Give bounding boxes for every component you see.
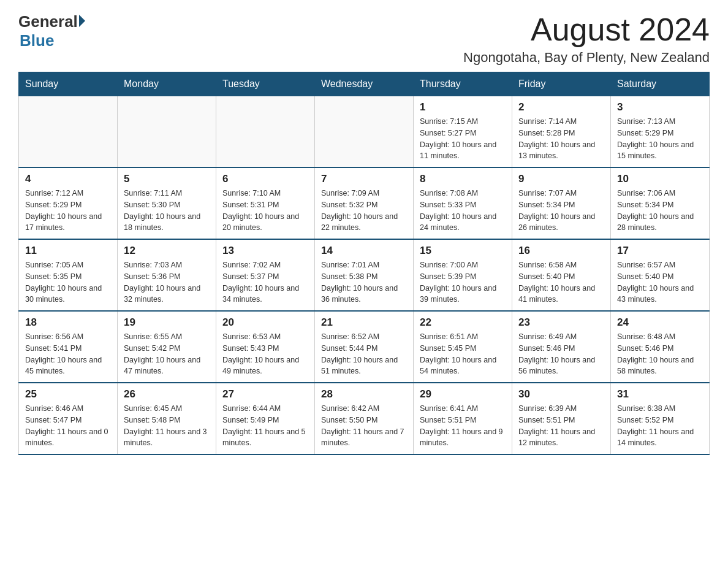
day-number: 20 (222, 316, 308, 329)
header-tuesday: Tuesday (216, 72, 315, 96)
day-number: 28 (321, 388, 407, 400)
day-info: Sunrise: 6:45 AMSunset: 5:48 PMDaylight:… (124, 403, 210, 449)
calendar-cell: 11Sunrise: 7:05 AMSunset: 5:35 PMDayligh… (19, 239, 118, 311)
day-number: 27 (222, 388, 308, 400)
day-number: 1 (420, 101, 506, 113)
calendar-cell: 21Sunrise: 6:52 AMSunset: 5:44 PMDayligh… (315, 311, 414, 383)
calendar-cell: 19Sunrise: 6:55 AMSunset: 5:42 PMDayligh… (118, 311, 216, 383)
day-info: Sunrise: 6:49 AMSunset: 5:46 PMDaylight:… (518, 331, 604, 377)
day-info: Sunrise: 6:53 AMSunset: 5:43 PMDaylight:… (222, 331, 308, 377)
day-info: Sunrise: 6:38 AMSunset: 5:52 PMDaylight:… (617, 403, 703, 449)
calendar-cell: 24Sunrise: 6:48 AMSunset: 5:46 PMDayligh… (611, 311, 710, 383)
day-info: Sunrise: 6:44 AMSunset: 5:49 PMDaylight:… (222, 403, 308, 449)
day-number: 3 (617, 101, 703, 113)
day-number: 4 (25, 173, 111, 185)
day-info: Sunrise: 6:39 AMSunset: 5:51 PMDaylight:… (518, 403, 604, 449)
calendar-cell: 28Sunrise: 6:42 AMSunset: 5:50 PMDayligh… (315, 383, 414, 454)
day-number: 26 (124, 388, 210, 400)
calendar-cell: 27Sunrise: 6:44 AMSunset: 5:49 PMDayligh… (216, 383, 315, 454)
week-row-4: 25Sunrise: 6:46 AMSunset: 5:47 PMDayligh… (19, 383, 710, 454)
logo-general: General (18, 12, 85, 31)
day-info: Sunrise: 6:41 AMSunset: 5:51 PMDaylight:… (420, 403, 506, 449)
day-info: Sunrise: 6:42 AMSunset: 5:50 PMDaylight:… (321, 403, 407, 449)
day-info: Sunrise: 6:46 AMSunset: 5:47 PMDaylight:… (25, 403, 111, 449)
day-info: Sunrise: 7:05 AMSunset: 5:35 PMDaylight:… (25, 259, 111, 305)
calendar-cell: 9Sunrise: 7:07 AMSunset: 5:34 PMDaylight… (512, 167, 611, 239)
day-number: 18 (25, 316, 111, 329)
day-number: 24 (617, 316, 703, 329)
header-saturday: Saturday (611, 72, 710, 96)
day-number: 13 (222, 245, 308, 257)
logo-general-text: General (18, 12, 78, 31)
calendar-cell: 10Sunrise: 7:06 AMSunset: 5:34 PMDayligh… (611, 167, 710, 239)
week-row-1: 4Sunrise: 7:12 AMSunset: 5:29 PMDaylight… (19, 167, 710, 239)
day-number: 22 (420, 316, 506, 329)
calendar-cell: 26Sunrise: 6:45 AMSunset: 5:48 PMDayligh… (118, 383, 216, 454)
calendar-cell (118, 96, 216, 168)
calendar-cell: 16Sunrise: 6:58 AMSunset: 5:40 PMDayligh… (512, 239, 611, 311)
day-number: 16 (518, 245, 604, 257)
calendar-cell: 23Sunrise: 6:49 AMSunset: 5:46 PMDayligh… (512, 311, 611, 383)
calendar-cell: 14Sunrise: 7:01 AMSunset: 5:38 PMDayligh… (315, 239, 414, 311)
day-number: 8 (420, 173, 506, 185)
title-area: August 2024 Ngongotaha, Bay of Plenty, N… (463, 12, 710, 66)
calendar-table: SundayMondayTuesdayWednesdayThursdayFrid… (18, 72, 710, 455)
day-info: Sunrise: 7:07 AMSunset: 5:34 PMDaylight:… (518, 188, 604, 234)
day-number: 15 (420, 245, 506, 257)
calendar-cell: 29Sunrise: 6:41 AMSunset: 5:51 PMDayligh… (414, 383, 512, 454)
calendar-cell: 2Sunrise: 7:14 AMSunset: 5:28 PMDaylight… (512, 96, 611, 168)
location: Ngongotaha, Bay of Plenty, New Zealand (463, 50, 710, 66)
day-info: Sunrise: 7:00 AMSunset: 5:39 PMDaylight:… (420, 259, 506, 305)
day-number: 19 (124, 316, 210, 329)
day-number: 5 (124, 173, 210, 185)
calendar-cell: 15Sunrise: 7:00 AMSunset: 5:39 PMDayligh… (414, 239, 512, 311)
calendar-cell: 22Sunrise: 6:51 AMSunset: 5:45 PMDayligh… (414, 311, 512, 383)
day-info: Sunrise: 6:55 AMSunset: 5:42 PMDaylight:… (124, 331, 210, 377)
calendar-cell: 20Sunrise: 6:53 AMSunset: 5:43 PMDayligh… (216, 311, 315, 383)
day-number: 23 (518, 316, 604, 329)
day-number: 30 (518, 388, 604, 400)
header-sunday: Sunday (19, 72, 118, 96)
header-monday: Monday (118, 72, 216, 96)
day-info: Sunrise: 6:57 AMSunset: 5:40 PMDaylight:… (617, 259, 703, 305)
calendar-cell: 6Sunrise: 7:10 AMSunset: 5:31 PMDaylight… (216, 167, 315, 239)
day-info: Sunrise: 7:06 AMSunset: 5:34 PMDaylight:… (617, 188, 703, 234)
day-info: Sunrise: 6:56 AMSunset: 5:41 PMDaylight:… (25, 331, 111, 377)
day-info: Sunrise: 7:01 AMSunset: 5:38 PMDaylight:… (321, 259, 407, 305)
day-info: Sunrise: 6:51 AMSunset: 5:45 PMDaylight:… (420, 331, 506, 377)
calendar-cell: 30Sunrise: 6:39 AMSunset: 5:51 PMDayligh… (512, 383, 611, 454)
day-number: 11 (25, 245, 111, 257)
day-info: Sunrise: 7:02 AMSunset: 5:37 PMDaylight:… (222, 259, 308, 305)
week-row-0: 1Sunrise: 7:15 AMSunset: 5:27 PMDaylight… (19, 96, 710, 168)
header-wednesday: Wednesday (315, 72, 414, 96)
calendar-header-row: SundayMondayTuesdayWednesdayThursdayFrid… (19, 72, 710, 96)
day-number: 6 (222, 173, 308, 185)
day-number: 25 (25, 388, 111, 400)
day-number: 14 (321, 245, 407, 257)
day-number: 21 (321, 316, 407, 329)
day-number: 7 (321, 173, 407, 185)
logo-blue-text: Blue (20, 31, 54, 50)
day-info: Sunrise: 7:13 AMSunset: 5:29 PMDaylight:… (617, 116, 703, 162)
day-info: Sunrise: 7:03 AMSunset: 5:36 PMDaylight:… (124, 259, 210, 305)
calendar-cell: 31Sunrise: 6:38 AMSunset: 5:52 PMDayligh… (611, 383, 710, 454)
day-info: Sunrise: 7:12 AMSunset: 5:29 PMDaylight:… (25, 188, 111, 234)
day-info: Sunrise: 7:11 AMSunset: 5:30 PMDaylight:… (124, 188, 210, 234)
day-info: Sunrise: 7:15 AMSunset: 5:27 PMDaylight:… (420, 116, 506, 162)
calendar-cell: 25Sunrise: 6:46 AMSunset: 5:47 PMDayligh… (19, 383, 118, 454)
day-info: Sunrise: 6:48 AMSunset: 5:46 PMDaylight:… (617, 331, 703, 377)
calendar-cell: 18Sunrise: 6:56 AMSunset: 5:41 PMDayligh… (19, 311, 118, 383)
calendar-cell: 17Sunrise: 6:57 AMSunset: 5:40 PMDayligh… (611, 239, 710, 311)
month-title: August 2024 (463, 12, 710, 47)
logo-arrow-icon (79, 15, 85, 27)
day-number: 31 (617, 388, 703, 400)
day-number: 10 (617, 173, 703, 185)
calendar-cell: 12Sunrise: 7:03 AMSunset: 5:36 PMDayligh… (118, 239, 216, 311)
day-number: 17 (617, 245, 703, 257)
day-info: Sunrise: 7:14 AMSunset: 5:28 PMDaylight:… (518, 116, 604, 162)
calendar-cell: 1Sunrise: 7:15 AMSunset: 5:27 PMDaylight… (414, 96, 512, 168)
day-info: Sunrise: 6:52 AMSunset: 5:44 PMDaylight:… (321, 331, 407, 377)
week-row-2: 11Sunrise: 7:05 AMSunset: 5:35 PMDayligh… (19, 239, 710, 311)
day-info: Sunrise: 7:09 AMSunset: 5:32 PMDaylight:… (321, 188, 407, 234)
header-thursday: Thursday (414, 72, 512, 96)
